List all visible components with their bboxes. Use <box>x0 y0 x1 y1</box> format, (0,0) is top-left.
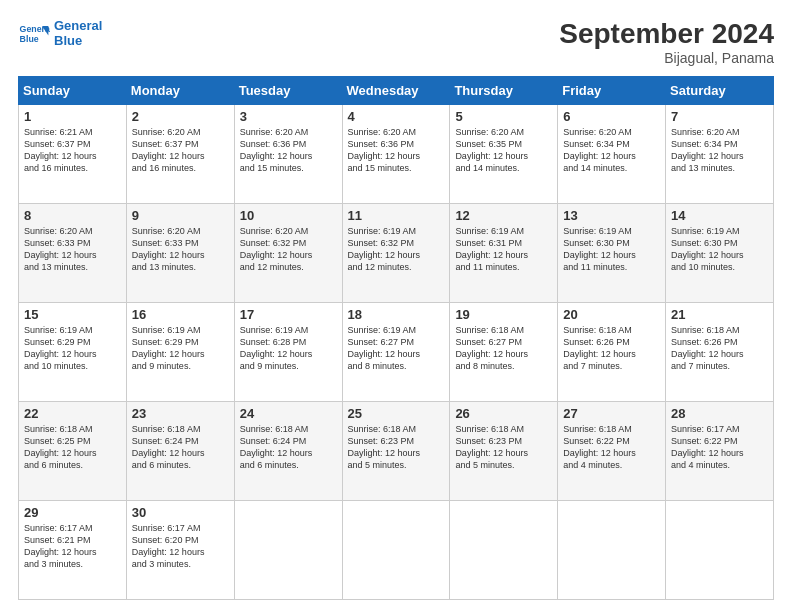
page: General Blue General Blue September 2024… <box>0 0 792 612</box>
day-number: 14 <box>671 208 768 223</box>
day-number: 17 <box>240 307 337 322</box>
table-row: 13Sunrise: 6:19 AMSunset: 6:30 PMDayligh… <box>558 204 666 303</box>
day-info: Sunrise: 6:18 AMSunset: 6:24 PMDaylight:… <box>132 424 205 470</box>
col-thursday: Thursday <box>450 77 558 105</box>
day-number: 23 <box>132 406 229 421</box>
day-info: Sunrise: 6:20 AMSunset: 6:34 PMDaylight:… <box>671 127 744 173</box>
logo: General Blue General Blue <box>18 18 102 50</box>
day-info: Sunrise: 6:17 AMSunset: 6:21 PMDaylight:… <box>24 523 97 569</box>
day-number: 6 <box>563 109 660 124</box>
day-number: 16 <box>132 307 229 322</box>
table-row: 29Sunrise: 6:17 AMSunset: 6:21 PMDayligh… <box>19 501 127 600</box>
day-number: 25 <box>348 406 445 421</box>
table-row: 6Sunrise: 6:20 AMSunset: 6:34 PMDaylight… <box>558 105 666 204</box>
day-info: Sunrise: 6:21 AMSunset: 6:37 PMDaylight:… <box>24 127 97 173</box>
table-row: 7Sunrise: 6:20 AMSunset: 6:34 PMDaylight… <box>666 105 774 204</box>
header: General Blue General Blue September 2024… <box>18 18 774 66</box>
logo-general: General <box>54 19 102 34</box>
table-row: 23Sunrise: 6:18 AMSunset: 6:24 PMDayligh… <box>126 402 234 501</box>
col-saturday: Saturday <box>666 77 774 105</box>
table-row: 24Sunrise: 6:18 AMSunset: 6:24 PMDayligh… <box>234 402 342 501</box>
day-info: Sunrise: 6:18 AMSunset: 6:22 PMDaylight:… <box>563 424 636 470</box>
svg-text:Blue: Blue <box>20 34 39 44</box>
col-tuesday: Tuesday <box>234 77 342 105</box>
day-info: Sunrise: 6:19 AMSunset: 6:29 PMDaylight:… <box>24 325 97 371</box>
table-row <box>666 501 774 600</box>
day-number: 28 <box>671 406 768 421</box>
day-info: Sunrise: 6:18 AMSunset: 6:26 PMDaylight:… <box>563 325 636 371</box>
table-row: 4Sunrise: 6:20 AMSunset: 6:36 PMDaylight… <box>342 105 450 204</box>
day-info: Sunrise: 6:18 AMSunset: 6:27 PMDaylight:… <box>455 325 528 371</box>
table-row: 2Sunrise: 6:20 AMSunset: 6:37 PMDaylight… <box>126 105 234 204</box>
table-row <box>558 501 666 600</box>
day-info: Sunrise: 6:19 AMSunset: 6:27 PMDaylight:… <box>348 325 421 371</box>
day-number: 1 <box>24 109 121 124</box>
table-row: 21Sunrise: 6:18 AMSunset: 6:26 PMDayligh… <box>666 303 774 402</box>
day-info: Sunrise: 6:20 AMSunset: 6:36 PMDaylight:… <box>240 127 313 173</box>
table-row <box>234 501 342 600</box>
day-number: 11 <box>348 208 445 223</box>
day-info: Sunrise: 6:18 AMSunset: 6:23 PMDaylight:… <box>455 424 528 470</box>
day-info: Sunrise: 6:20 AMSunset: 6:35 PMDaylight:… <box>455 127 528 173</box>
day-info: Sunrise: 6:19 AMSunset: 6:32 PMDaylight:… <box>348 226 421 272</box>
day-info: Sunrise: 6:18 AMSunset: 6:25 PMDaylight:… <box>24 424 97 470</box>
day-info: Sunrise: 6:20 AMSunset: 6:34 PMDaylight:… <box>563 127 636 173</box>
day-number: 21 <box>671 307 768 322</box>
day-number: 15 <box>24 307 121 322</box>
table-row: 26Sunrise: 6:18 AMSunset: 6:23 PMDayligh… <box>450 402 558 501</box>
table-row <box>342 501 450 600</box>
table-row: 15Sunrise: 6:19 AMSunset: 6:29 PMDayligh… <box>19 303 127 402</box>
day-info: Sunrise: 6:19 AMSunset: 6:29 PMDaylight:… <box>132 325 205 371</box>
col-sunday: Sunday <box>19 77 127 105</box>
day-info: Sunrise: 6:20 AMSunset: 6:33 PMDaylight:… <box>132 226 205 272</box>
col-friday: Friday <box>558 77 666 105</box>
table-row: 28Sunrise: 6:17 AMSunset: 6:22 PMDayligh… <box>666 402 774 501</box>
day-info: Sunrise: 6:17 AMSunset: 6:20 PMDaylight:… <box>132 523 205 569</box>
calendar-week-row: 1Sunrise: 6:21 AMSunset: 6:37 PMDaylight… <box>19 105 774 204</box>
logo-icon: General Blue <box>18 18 50 50</box>
day-number: 13 <box>563 208 660 223</box>
day-number: 12 <box>455 208 552 223</box>
table-row: 17Sunrise: 6:19 AMSunset: 6:28 PMDayligh… <box>234 303 342 402</box>
day-number: 26 <box>455 406 552 421</box>
calendar-week-row: 22Sunrise: 6:18 AMSunset: 6:25 PMDayligh… <box>19 402 774 501</box>
table-row: 8Sunrise: 6:20 AMSunset: 6:33 PMDaylight… <box>19 204 127 303</box>
calendar-table: Sunday Monday Tuesday Wednesday Thursday… <box>18 76 774 600</box>
table-row: 20Sunrise: 6:18 AMSunset: 6:26 PMDayligh… <box>558 303 666 402</box>
month-title: September 2024 <box>559 18 774 50</box>
calendar-header-row: Sunday Monday Tuesday Wednesday Thursday… <box>19 77 774 105</box>
day-info: Sunrise: 6:20 AMSunset: 6:37 PMDaylight:… <box>132 127 205 173</box>
table-row: 1Sunrise: 6:21 AMSunset: 6:37 PMDaylight… <box>19 105 127 204</box>
col-wednesday: Wednesday <box>342 77 450 105</box>
day-number: 9 <box>132 208 229 223</box>
day-number: 4 <box>348 109 445 124</box>
day-number: 18 <box>348 307 445 322</box>
day-info: Sunrise: 6:19 AMSunset: 6:30 PMDaylight:… <box>563 226 636 272</box>
calendar-week-row: 8Sunrise: 6:20 AMSunset: 6:33 PMDaylight… <box>19 204 774 303</box>
location: Bijagual, Panama <box>559 50 774 66</box>
day-number: 30 <box>132 505 229 520</box>
day-info: Sunrise: 6:18 AMSunset: 6:24 PMDaylight:… <box>240 424 313 470</box>
day-number: 19 <box>455 307 552 322</box>
day-info: Sunrise: 6:19 AMSunset: 6:30 PMDaylight:… <box>671 226 744 272</box>
day-number: 2 <box>132 109 229 124</box>
logo-blue: Blue <box>54 34 102 49</box>
table-row: 5Sunrise: 6:20 AMSunset: 6:35 PMDaylight… <box>450 105 558 204</box>
table-row: 14Sunrise: 6:19 AMSunset: 6:30 PMDayligh… <box>666 204 774 303</box>
table-row: 30Sunrise: 6:17 AMSunset: 6:20 PMDayligh… <box>126 501 234 600</box>
calendar-week-row: 15Sunrise: 6:19 AMSunset: 6:29 PMDayligh… <box>19 303 774 402</box>
table-row: 9Sunrise: 6:20 AMSunset: 6:33 PMDaylight… <box>126 204 234 303</box>
day-info: Sunrise: 6:18 AMSunset: 6:26 PMDaylight:… <box>671 325 744 371</box>
day-number: 20 <box>563 307 660 322</box>
table-row: 16Sunrise: 6:19 AMSunset: 6:29 PMDayligh… <box>126 303 234 402</box>
table-row: 18Sunrise: 6:19 AMSunset: 6:27 PMDayligh… <box>342 303 450 402</box>
day-info: Sunrise: 6:19 AMSunset: 6:31 PMDaylight:… <box>455 226 528 272</box>
col-monday: Monday <box>126 77 234 105</box>
day-number: 10 <box>240 208 337 223</box>
table-row: 11Sunrise: 6:19 AMSunset: 6:32 PMDayligh… <box>342 204 450 303</box>
day-number: 8 <box>24 208 121 223</box>
table-row: 22Sunrise: 6:18 AMSunset: 6:25 PMDayligh… <box>19 402 127 501</box>
table-row <box>450 501 558 600</box>
table-row: 25Sunrise: 6:18 AMSunset: 6:23 PMDayligh… <box>342 402 450 501</box>
title-block: September 2024 Bijagual, Panama <box>559 18 774 66</box>
